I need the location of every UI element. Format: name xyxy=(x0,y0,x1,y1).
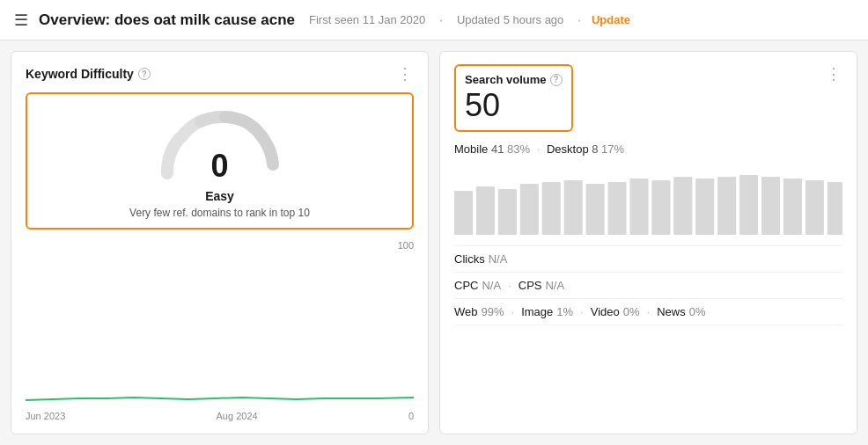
gauge-center: 0 xyxy=(210,150,228,182)
kd-line-chart xyxy=(26,354,414,407)
svg-rect-13 xyxy=(739,175,758,235)
sv-news-value: 0% xyxy=(689,305,706,318)
svg-rect-7 xyxy=(607,182,626,235)
dot-separator-2: · xyxy=(577,13,581,26)
svg-rect-3 xyxy=(520,184,539,235)
sv-breakdown: Mobile 41 83% · Desktop 8 17% xyxy=(454,142,842,156)
sv-web-label: Web xyxy=(454,305,478,318)
sv-clicks-value: N/A xyxy=(489,252,508,266)
sv-value: 50 xyxy=(465,88,563,123)
svg-rect-15 xyxy=(783,179,802,235)
kd-chart-area: 100 Jun 2023 Aug 2024 0 xyxy=(26,240,414,421)
sv-video-label: Video xyxy=(591,305,620,318)
sv-cpc-cps-row: CPC N/A · CPS N/A xyxy=(454,273,842,299)
sv-help-icon[interactable]: ? xyxy=(550,74,563,86)
sv-title: Search volume ? xyxy=(465,73,563,86)
kd-x-end: Aug 2024 xyxy=(217,411,258,421)
sv-highlighted-box: Search volume ? 50 xyxy=(454,64,573,132)
svg-rect-14 xyxy=(761,177,780,235)
sv-web-value: 99% xyxy=(482,305,504,318)
first-seen-meta: First seen 11 Jan 2020 xyxy=(309,13,425,26)
svg-rect-5 xyxy=(564,180,583,235)
page-title: Overview: does oat milk cause acne xyxy=(39,11,295,29)
search-volume-card: Search volume ? 50 ⋮ Mobile 41 83% · Des… xyxy=(439,51,857,434)
sv-clicks-row: Clicks N/A xyxy=(454,246,842,273)
sv-image-value: 1% xyxy=(556,305,573,318)
kd-x-start: Jun 2023 xyxy=(26,411,65,421)
kd-chart-x-labels: Jun 2023 Aug 2024 0 xyxy=(26,411,414,421)
sv-desktop-value: 8 xyxy=(592,142,598,156)
sv-cpc-label: CPC xyxy=(454,279,478,292)
svg-rect-0 xyxy=(454,191,473,235)
sv-title-text: Search volume xyxy=(465,73,547,86)
svg-rect-8 xyxy=(629,179,648,235)
kd-y-axis-label: 100 xyxy=(398,240,414,251)
sv-dot-4: · xyxy=(580,305,584,318)
sv-cps-label: CPS xyxy=(519,279,542,292)
sv-desktop-pct: 17% xyxy=(601,142,624,156)
kd-card-header: Keyword Difficulty ? ⋮ xyxy=(26,64,414,84)
sv-bar-chart xyxy=(454,164,842,235)
sv-news-label: News xyxy=(657,305,686,318)
kd-value: 0 xyxy=(210,150,228,182)
kd-description: Very few ref. domains to rank in top 10 xyxy=(129,207,310,219)
svg-rect-4 xyxy=(542,182,561,235)
svg-rect-10 xyxy=(673,177,692,235)
sv-content-types-row: Web 99% · Image 1% · Video 0% · News 0% xyxy=(454,299,842,325)
sv-dots-menu[interactable]: ⋮ xyxy=(826,64,842,84)
sv-card-header-wrapper: Search volume ? 50 ⋮ xyxy=(454,64,842,139)
kd-x-right: 0 xyxy=(408,411,414,421)
svg-rect-16 xyxy=(805,180,824,235)
sv-cps-value: N/A xyxy=(545,279,564,292)
kd-label: Easy xyxy=(205,189,234,203)
svg-rect-2 xyxy=(498,189,517,235)
svg-rect-12 xyxy=(717,177,736,235)
sv-dot-3: · xyxy=(511,305,515,318)
kd-help-icon[interactable]: ? xyxy=(138,68,151,80)
dot-separator-1: · xyxy=(439,13,443,26)
svg-rect-9 xyxy=(651,180,670,235)
kd-highlighted-box: 0 Easy Very few ref. domains to rank in … xyxy=(26,92,414,230)
sv-mobile-label: Mobile xyxy=(454,142,488,156)
svg-rect-17 xyxy=(828,182,842,235)
sv-dot-5: · xyxy=(647,305,651,318)
sv-image-label: Image xyxy=(521,305,553,318)
sv-mobile-pct: 83% xyxy=(507,142,530,156)
sv-clicks-label: Clicks xyxy=(454,252,485,266)
sv-dot-1: · xyxy=(537,142,541,156)
kd-dots-menu[interactable]: ⋮ xyxy=(397,64,414,84)
hamburger-icon[interactable]: ☰ xyxy=(14,11,28,30)
sv-mobile-value: 41 xyxy=(491,142,504,156)
header: ☰ Overview: does oat milk cause acne Fir… xyxy=(0,0,868,40)
svg-rect-1 xyxy=(476,186,495,235)
sv-cpc-value: N/A xyxy=(482,279,501,292)
svg-rect-6 xyxy=(586,184,605,235)
main-content: Keyword Difficulty ? ⋮ xyxy=(0,40,868,445)
updated-meta: Updated 5 hours ago xyxy=(457,13,563,26)
svg-rect-11 xyxy=(695,179,714,235)
sv-dot-2: · xyxy=(508,279,511,292)
sv-desktop-label: Desktop xyxy=(547,142,589,156)
kd-card-title: Keyword Difficulty ? xyxy=(26,67,151,81)
update-link[interactable]: Update xyxy=(592,13,630,26)
gauge-container: 0 xyxy=(150,103,291,182)
sv-stats: Clicks N/A CPC N/A · CPS N/A Web 99% · I… xyxy=(454,245,842,325)
sv-video-value: 0% xyxy=(623,305,640,318)
keyword-difficulty-card: Keyword Difficulty ? ⋮ xyxy=(11,51,429,434)
kd-title-text: Keyword Difficulty xyxy=(26,67,134,81)
